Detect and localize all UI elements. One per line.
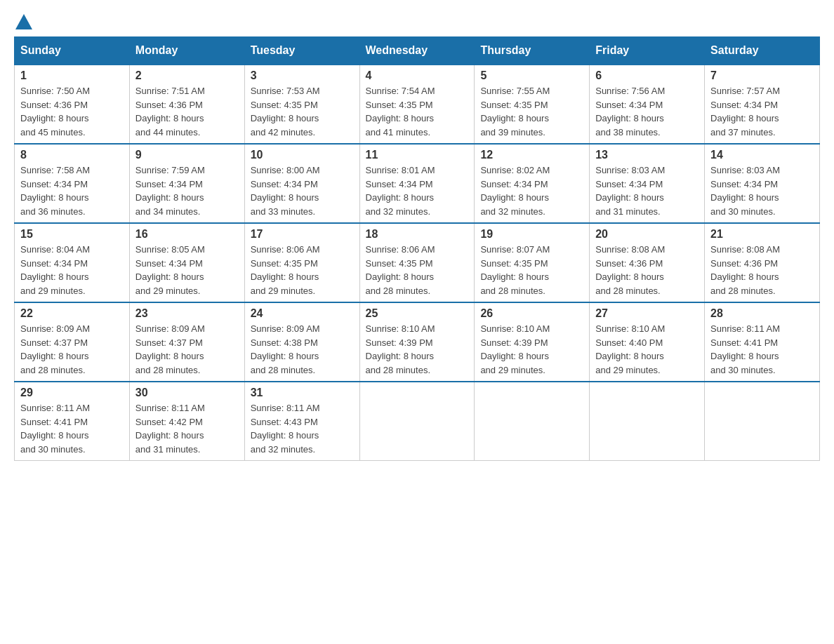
week-row-3: 15 Sunrise: 8:04 AMSunset: 4:34 PMDaylig… xyxy=(15,223,820,302)
day-info: Sunrise: 8:11 AMSunset: 4:43 PMDaylight:… xyxy=(251,403,320,455)
calendar-cell: 24 Sunrise: 8:09 AMSunset: 4:38 PMDaylig… xyxy=(244,302,359,382)
calendar-cell: 25 Sunrise: 8:10 AMSunset: 4:39 PMDaylig… xyxy=(359,302,475,382)
day-info: Sunrise: 8:08 AMSunset: 4:36 PMDaylight:… xyxy=(710,244,780,296)
weekday-header-wednesday: Wednesday xyxy=(359,37,475,65)
calendar-cell: 6 Sunrise: 7:56 AMSunset: 4:34 PMDayligh… xyxy=(590,65,705,144)
calendar-cell: 2 Sunrise: 7:51 AMSunset: 4:36 PMDayligh… xyxy=(129,65,244,144)
day-info: Sunrise: 8:06 AMSunset: 4:35 PMDaylight:… xyxy=(251,244,320,296)
day-number: 24 xyxy=(251,307,354,320)
day-number: 20 xyxy=(595,228,699,241)
calendar-cell: 23 Sunrise: 8:09 AMSunset: 4:37 PMDaylig… xyxy=(129,302,244,382)
calendar-cell: 27 Sunrise: 8:10 AMSunset: 4:40 PMDaylig… xyxy=(590,302,705,382)
calendar-cell: 3 Sunrise: 7:53 AMSunset: 4:35 PMDayligh… xyxy=(244,65,359,144)
weekday-header-row: SundayMondayTuesdayWednesdayThursdayFrid… xyxy=(15,37,820,65)
day-number: 5 xyxy=(480,69,583,82)
calendar-table: SundayMondayTuesdayWednesdayThursdayFrid… xyxy=(14,36,820,461)
day-info: Sunrise: 8:09 AMSunset: 4:38 PMDaylight:… xyxy=(251,323,320,375)
day-number: 18 xyxy=(366,228,469,241)
day-info: Sunrise: 8:10 AMSunset: 4:39 PMDaylight:… xyxy=(366,323,435,375)
calendar-cell: 16 Sunrise: 8:05 AMSunset: 4:34 PMDaylig… xyxy=(129,223,244,302)
day-info: Sunrise: 7:55 AMSunset: 4:35 PMDaylight:… xyxy=(480,86,550,137)
calendar-cell: 29 Sunrise: 8:11 AMSunset: 4:41 PMDaylig… xyxy=(15,382,130,461)
calendar-cell: 11 Sunrise: 8:01 AMSunset: 4:34 PMDaylig… xyxy=(359,144,475,223)
day-info: Sunrise: 7:51 AMSunset: 4:36 PMDaylight:… xyxy=(135,86,205,137)
day-number: 6 xyxy=(595,69,699,82)
calendar-cell: 8 Sunrise: 7:58 AMSunset: 4:34 PMDayligh… xyxy=(15,144,130,223)
calendar-cell: 7 Sunrise: 7:57 AMSunset: 4:34 PMDayligh… xyxy=(705,65,820,144)
calendar-cell: 28 Sunrise: 8:11 AMSunset: 4:41 PMDaylig… xyxy=(705,302,820,382)
calendar-cell: 31 Sunrise: 8:11 AMSunset: 4:43 PMDaylig… xyxy=(244,382,359,461)
day-info: Sunrise: 8:03 AMSunset: 4:34 PMDaylight:… xyxy=(595,165,665,217)
day-number: 14 xyxy=(710,149,814,161)
calendar-cell: 30 Sunrise: 8:11 AMSunset: 4:42 PMDaylig… xyxy=(129,382,244,461)
calendar-cell: 22 Sunrise: 8:09 AMSunset: 4:37 PMDaylig… xyxy=(15,302,130,382)
day-info: Sunrise: 7:50 AMSunset: 4:36 PMDaylight:… xyxy=(20,86,90,137)
logo-triangle-icon xyxy=(15,14,32,29)
day-info: Sunrise: 8:09 AMSunset: 4:37 PMDaylight:… xyxy=(20,323,90,375)
day-info: Sunrise: 7:59 AMSunset: 4:34 PMDaylight:… xyxy=(135,165,205,217)
day-info: Sunrise: 7:54 AMSunset: 4:35 PMDaylight:… xyxy=(366,86,435,137)
calendar-cell: 1 Sunrise: 7:50 AMSunset: 4:36 PMDayligh… xyxy=(15,65,130,144)
weekday-header-monday: Monday xyxy=(129,37,244,65)
day-number: 4 xyxy=(366,69,469,82)
day-info: Sunrise: 8:11 AMSunset: 4:41 PMDaylight:… xyxy=(710,323,780,375)
day-info: Sunrise: 8:01 AMSunset: 4:34 PMDaylight:… xyxy=(366,165,435,217)
day-number: 22 xyxy=(20,307,124,320)
day-info: Sunrise: 8:04 AMSunset: 4:34 PMDaylight:… xyxy=(20,244,90,296)
day-info: Sunrise: 8:11 AMSunset: 4:41 PMDaylight:… xyxy=(20,403,90,455)
day-info: Sunrise: 8:00 AMSunset: 4:34 PMDaylight:… xyxy=(251,165,320,217)
day-info: Sunrise: 8:07 AMSunset: 4:35 PMDaylight:… xyxy=(480,244,550,296)
calendar-cell: 21 Sunrise: 8:08 AMSunset: 4:36 PMDaylig… xyxy=(705,223,820,302)
day-number: 28 xyxy=(710,307,814,320)
week-row-1: 1 Sunrise: 7:50 AMSunset: 4:36 PMDayligh… xyxy=(15,65,820,144)
day-number: 26 xyxy=(480,307,583,320)
calendar-cell: 17 Sunrise: 8:06 AMSunset: 4:35 PMDaylig… xyxy=(244,223,359,302)
logo xyxy=(14,14,34,29)
day-number: 29 xyxy=(20,387,124,399)
day-number: 3 xyxy=(251,69,354,82)
calendar-cell xyxy=(359,382,475,461)
day-number: 31 xyxy=(251,387,354,399)
day-number: 2 xyxy=(135,69,239,82)
calendar-cell: 13 Sunrise: 8:03 AMSunset: 4:34 PMDaylig… xyxy=(590,144,705,223)
day-number: 23 xyxy=(135,307,239,320)
calendar-cell: 19 Sunrise: 8:07 AMSunset: 4:35 PMDaylig… xyxy=(475,223,590,302)
calendar-cell: 12 Sunrise: 8:02 AMSunset: 4:34 PMDaylig… xyxy=(475,144,590,223)
weekday-header-saturday: Saturday xyxy=(705,37,820,65)
day-info: Sunrise: 8:08 AMSunset: 4:36 PMDaylight:… xyxy=(595,244,665,296)
weekday-header-sunday: Sunday xyxy=(15,37,130,65)
page-header xyxy=(14,14,820,29)
calendar-cell xyxy=(705,382,820,461)
calendar-cell: 14 Sunrise: 8:03 AMSunset: 4:34 PMDaylig… xyxy=(705,144,820,223)
day-number: 8 xyxy=(20,149,124,161)
day-number: 12 xyxy=(480,149,583,161)
day-info: Sunrise: 7:58 AMSunset: 4:34 PMDaylight:… xyxy=(20,165,90,217)
day-number: 30 xyxy=(135,387,239,399)
day-info: Sunrise: 8:10 AMSunset: 4:40 PMDaylight:… xyxy=(595,323,665,375)
calendar-cell xyxy=(475,382,590,461)
day-number: 21 xyxy=(710,228,814,241)
day-info: Sunrise: 7:57 AMSunset: 4:34 PMDaylight:… xyxy=(710,86,780,137)
calendar-cell: 18 Sunrise: 8:06 AMSunset: 4:35 PMDaylig… xyxy=(359,223,475,302)
calendar-cell: 4 Sunrise: 7:54 AMSunset: 4:35 PMDayligh… xyxy=(359,65,475,144)
day-info: Sunrise: 7:56 AMSunset: 4:34 PMDaylight:… xyxy=(595,86,665,137)
week-row-2: 8 Sunrise: 7:58 AMSunset: 4:34 PMDayligh… xyxy=(15,144,820,223)
day-number: 16 xyxy=(135,228,239,241)
week-row-4: 22 Sunrise: 8:09 AMSunset: 4:37 PMDaylig… xyxy=(15,302,820,382)
calendar-cell xyxy=(590,382,705,461)
day-info: Sunrise: 8:09 AMSunset: 4:37 PMDaylight:… xyxy=(135,323,205,375)
day-number: 19 xyxy=(480,228,583,241)
day-info: Sunrise: 8:05 AMSunset: 4:34 PMDaylight:… xyxy=(135,244,205,296)
day-number: 15 xyxy=(20,228,124,241)
calendar-cell: 26 Sunrise: 8:10 AMSunset: 4:39 PMDaylig… xyxy=(475,302,590,382)
day-info: Sunrise: 8:02 AMSunset: 4:34 PMDaylight:… xyxy=(480,165,550,217)
weekday-header-thursday: Thursday xyxy=(475,37,590,65)
weekday-header-tuesday: Tuesday xyxy=(244,37,359,65)
day-info: Sunrise: 8:11 AMSunset: 4:42 PMDaylight:… xyxy=(135,403,205,455)
day-number: 27 xyxy=(595,307,699,320)
day-info: Sunrise: 8:03 AMSunset: 4:34 PMDaylight:… xyxy=(710,165,780,217)
calendar-cell: 5 Sunrise: 7:55 AMSunset: 4:35 PMDayligh… xyxy=(475,65,590,144)
day-number: 1 xyxy=(20,69,124,82)
calendar-cell: 9 Sunrise: 7:59 AMSunset: 4:34 PMDayligh… xyxy=(129,144,244,223)
day-info: Sunrise: 8:06 AMSunset: 4:35 PMDaylight:… xyxy=(366,244,435,296)
